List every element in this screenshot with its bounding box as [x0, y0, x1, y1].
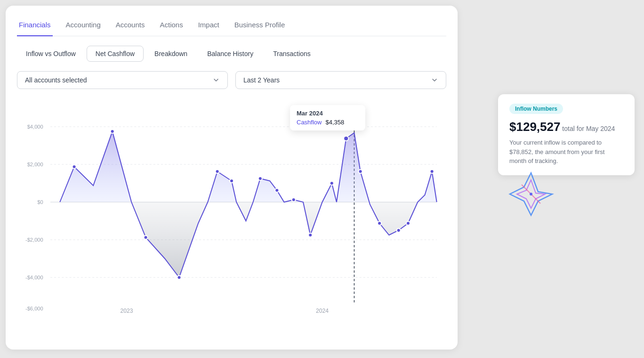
- chart-point: [177, 276, 181, 279]
- svg-text:$4,000: $4,000: [27, 124, 43, 130]
- chart-positive-fill: [60, 131, 437, 202]
- chart-area: $4,000 $2,000 $0 -$2,000 -$4,000 -$6,000…: [17, 98, 446, 315]
- sub-tabs: Inflow vs Outflow Net Cashflow Breakdown…: [17, 46, 446, 62]
- svg-text:2023: 2023: [121, 308, 133, 314]
- subtab-transactions[interactable]: Transactions: [264, 46, 320, 62]
- sparkle-decoration: [507, 171, 555, 218]
- filters-row: All accounts selected Last 2 Years: [17, 71, 446, 89]
- tooltip-title: Mar 2024: [297, 110, 359, 117]
- nav-tabs: Financials Accounting Accounts Actions I…: [17, 17, 446, 36]
- chevron-down-icon: [212, 76, 220, 84]
- subtab-balance-history[interactable]: Balance History: [198, 46, 262, 62]
- chart-point: [275, 188, 279, 192]
- inflow-description: Your current inflow is compared to $78,8…: [509, 138, 623, 166]
- svg-text:-$2,000: -$2,000: [25, 237, 43, 243]
- inflow-amount: $129,527 total for May 2024: [509, 120, 623, 134]
- svg-text:-$4,000: -$4,000: [25, 275, 43, 280]
- chart-point: [430, 170, 434, 173]
- chart-point: [111, 130, 114, 133]
- tab-accounts[interactable]: Accounts: [114, 17, 147, 36]
- chart-point: [144, 236, 148, 239]
- chevron-down-icon: [431, 76, 438, 84]
- sparkle-icon: [507, 171, 555, 218]
- accounts-filter[interactable]: All accounts selected: [17, 71, 228, 89]
- chart-point-active: [344, 136, 348, 141]
- inflow-badge: Inflow Numbers: [509, 104, 563, 114]
- tooltip-row: Cashflow $4,358: [297, 119, 359, 126]
- subtab-breakdown[interactable]: Breakdown: [145, 46, 196, 62]
- chart-point: [258, 177, 262, 180]
- period-filter-label: Last 2 Years: [243, 76, 280, 84]
- chart-point: [397, 228, 401, 232]
- tab-actions[interactable]: Actions: [158, 17, 185, 36]
- chart-point: [378, 221, 381, 225]
- chart-tooltip: Mar 2024 Cashflow $4,358: [290, 105, 365, 130]
- chart-point: [72, 165, 76, 169]
- tab-impact[interactable]: Impact: [196, 17, 221, 36]
- svg-text:2024: 2024: [316, 308, 329, 314]
- chart-point: [216, 170, 219, 173]
- chart-point: [308, 233, 312, 237]
- accounts-filter-label: All accounts selected: [25, 76, 87, 84]
- cashflow-chart: $4,000 $2,000 $0 -$2,000 -$4,000 -$6,000…: [17, 98, 446, 315]
- inflow-card: Inflow Numbers $129,527 total for May 20…: [498, 94, 635, 175]
- subtab-net-cashflow[interactable]: Net Cashflow: [87, 46, 144, 62]
- tab-financials[interactable]: Financials: [17, 17, 53, 36]
- tab-business-profile[interactable]: Business Profile: [233, 17, 287, 36]
- svg-text:$2,000: $2,000: [27, 162, 43, 167]
- inflow-amount-suffix: total for May 2024: [560, 125, 615, 132]
- chart-point: [230, 179, 233, 183]
- main-card: Financials Accounting Accounts Actions I…: [6, 6, 458, 350]
- chart-point: [406, 221, 410, 225]
- tab-accounting[interactable]: Accounting: [64, 17, 103, 36]
- inflow-amount-value: $129,527: [509, 120, 560, 134]
- svg-point-19: [530, 193, 532, 195]
- tooltip-cashflow-label: Cashflow: [297, 119, 322, 126]
- chart-point: [292, 198, 296, 202]
- period-filter[interactable]: Last 2 Years: [235, 71, 446, 89]
- subtab-inflow-vs-outflow[interactable]: Inflow vs Outflow: [17, 46, 85, 62]
- svg-text:-$6,000: -$6,000: [25, 306, 43, 311]
- tooltip-cashflow-value: $4,358: [325, 119, 344, 126]
- svg-text:$0: $0: [37, 199, 43, 205]
- chart-point: [330, 181, 334, 185]
- chart-point: [359, 170, 362, 173]
